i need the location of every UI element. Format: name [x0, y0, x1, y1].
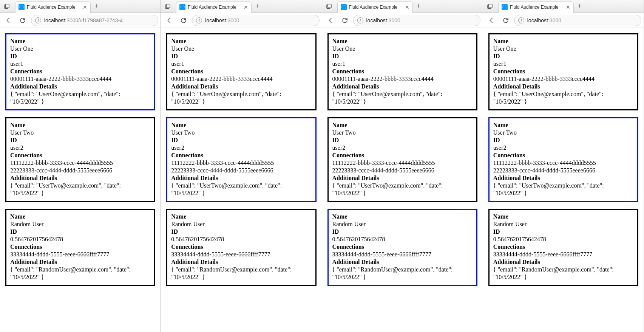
url-rest: :3000: [548, 17, 561, 23]
value-name: User One: [493, 45, 633, 53]
site-info-icon[interactable]: i: [518, 17, 524, 23]
titlebar: Fluid Audience Example ✕ +: [322, 0, 483, 13]
new-tab-button[interactable]: +: [91, 1, 102, 12]
label-additional: Additional Details: [493, 258, 633, 266]
url-host: localhost: [205, 17, 226, 23]
label-id: ID: [493, 53, 633, 60]
value-details: { "email": "UserOne@example.com", "date"…: [332, 90, 473, 105]
browser-tab[interactable]: Fluid Audience Example ✕: [176, 2, 252, 13]
navbar: i localhost:3000: [322, 13, 483, 28]
close-tab-button[interactable]: ✕: [244, 4, 248, 10]
label-connections: Connections: [332, 243, 473, 251]
value-name: Random User: [171, 220, 311, 228]
window-controls: [162, 2, 173, 11]
value-id: user1: [10, 60, 150, 68]
window-controls: [485, 2, 495, 11]
label-additional: Additional Details: [10, 174, 150, 182]
close-tab-button[interactable]: ✕: [83, 4, 87, 10]
label-id: ID: [332, 53, 473, 60]
label-connections: Connections: [10, 152, 150, 159]
address-bar[interactable]: i localhost:3000: [514, 15, 641, 26]
value-connection: 22223333-cccc-4444-dddd-5555eeee6666: [332, 167, 473, 174]
browser-tab[interactable]: Fluid Audience Example ✕: [337, 2, 413, 13]
label-id: ID: [171, 53, 311, 60]
label-id: ID: [10, 228, 150, 236]
site-info-icon[interactable]: i: [196, 17, 202, 23]
browser-window: Fluid Audience Example ✕ + i localhost:3…: [161, 0, 322, 332]
reload-button[interactable]: [339, 14, 351, 26]
tab-title: Fluid Audience Example: [188, 5, 241, 10]
value-details: { "email": "RandomUser@example.com", "da…: [332, 266, 473, 281]
tab-overview-button[interactable]: [2, 2, 12, 11]
address-bar[interactable]: i localhost:3000: [192, 15, 319, 26]
tab-overview-button[interactable]: [162, 2, 173, 11]
close-tab-button[interactable]: ✕: [405, 4, 409, 10]
value-details: { "email": "UserTwo@example.com", "date"…: [10, 182, 150, 197]
tab-overview-button[interactable]: [324, 2, 334, 11]
value-name: User Two: [332, 129, 473, 137]
value-connection: 00001111-aaaa-2222-bbbb-3333cccc4444: [332, 75, 473, 83]
value-id: user1: [171, 60, 311, 68]
address-bar[interactable]: i localhost:3000: [353, 15, 480, 26]
value-connection: 11112222-bbbb-3333-cccc-4444dddd5555: [171, 159, 311, 167]
back-button[interactable]: [324, 14, 337, 26]
back-button[interactable]: [485, 14, 497, 26]
new-tab-button[interactable]: +: [414, 1, 424, 12]
browser-tab[interactable]: Fluid Audience Example ✕: [498, 2, 574, 13]
reload-button[interactable]: [500, 14, 512, 26]
label-name: Name: [10, 37, 150, 45]
value-id: user1: [493, 60, 633, 68]
page-content: Name User One ID user1 Connections 00001…: [483, 28, 644, 332]
value-connection: 22223333-cccc-4444-dddd-5555eeee6666: [10, 167, 150, 174]
titlebar: Fluid Audience Example ✕ +: [161, 0, 321, 13]
value-connection: 33334444-dddd-5555-eeee-6666ffff7777: [171, 251, 311, 258]
label-name: Name: [332, 213, 473, 220]
reload-button[interactable]: [17, 14, 29, 26]
reload-button[interactable]: [178, 14, 190, 26]
navbar: i localhost:3000/#f1798a87-27c3-4: [0, 13, 161, 28]
back-button[interactable]: [163, 14, 175, 26]
tab-overview-button[interactable]: [485, 2, 495, 11]
label-id: ID: [332, 228, 473, 236]
value-name: User One: [332, 45, 473, 53]
user-card: Name Random User ID 0.5647620175642478 C…: [166, 209, 316, 286]
label-name: Name: [171, 121, 311, 129]
label-additional: Additional Details: [493, 83, 633, 90]
new-tab-button[interactable]: +: [252, 1, 263, 12]
value-name: User One: [171, 45, 311, 53]
svg-rect-5: [327, 4, 331, 8]
user-card: Name User Two ID user2 Connections 11112…: [5, 117, 155, 202]
react-favicon: [502, 4, 508, 10]
titlebar: Fluid Audience Example ✕ +: [483, 0, 644, 13]
site-info-icon[interactable]: i: [357, 17, 363, 23]
value-connection: 22223333-cccc-4444-dddd-5555eeee6666: [493, 167, 633, 174]
svg-rect-3: [167, 4, 170, 8]
user-card: Name User Two ID user2 Connections 11112…: [488, 117, 638, 202]
label-connections: Connections: [10, 243, 150, 251]
react-favicon: [19, 4, 25, 10]
label-additional: Additional Details: [171, 174, 311, 182]
url-host: localhost: [527, 17, 548, 23]
user-card: Name Random User ID 0.5647620175642478 C…: [327, 209, 477, 286]
value-name: Random User: [10, 220, 150, 228]
value-id: 0.5647620175642478: [171, 236, 311, 243]
address-bar[interactable]: i localhost:3000/#f1798a87-27c3-4: [31, 15, 158, 26]
label-connections: Connections: [493, 152, 633, 159]
site-info-icon[interactable]: i: [35, 17, 41, 23]
browser-window: Fluid Audience Example ✕ + i localhost:3…: [0, 0, 161, 332]
url-rest: :3000: [387, 17, 400, 23]
close-tab-button[interactable]: ✕: [566, 4, 570, 10]
back-button[interactable]: [2, 14, 14, 26]
label-id: ID: [10, 53, 150, 60]
value-id: user2: [332, 144, 473, 152]
value-connection: 00001111-aaaa-2222-bbbb-3333cccc4444: [171, 75, 311, 83]
browser-window: Fluid Audience Example ✕ + i localhost:3…: [483, 0, 644, 332]
svg-rect-1: [6, 4, 9, 8]
browser-tab[interactable]: Fluid Audience Example ✕: [15, 2, 91, 13]
value-id: user2: [10, 144, 150, 152]
value-connection: 11112222-bbbb-3333-cccc-4444dddd5555: [332, 159, 473, 167]
user-card: Name Random User ID 0.5647620175642478 C…: [5, 209, 155, 286]
new-tab-button[interactable]: +: [575, 1, 585, 12]
user-card: Name User One ID user1 Connections 00001…: [488, 33, 638, 110]
label-connections: Connections: [493, 243, 633, 251]
